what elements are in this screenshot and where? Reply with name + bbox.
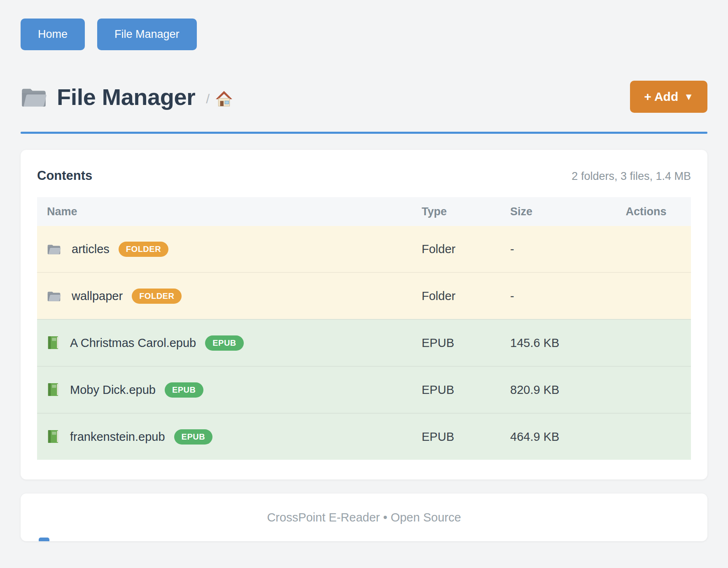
contents-heading: Contents <box>37 168 92 183</box>
type-badge: FOLDER <box>132 289 182 304</box>
book-icon <box>47 336 70 350</box>
table-row[interactable]: Moby Dick.epub EPUB EPUB 820.9 KB <box>37 366 691 413</box>
size-cell: - <box>510 289 611 303</box>
type-badge: FOLDER <box>119 242 168 257</box>
type-badge: EPUB <box>174 429 213 445</box>
actions-cell <box>611 336 681 350</box>
actions-cell <box>611 430 681 444</box>
name-cell: wallpaper FOLDER <box>47 289 422 304</box>
name-cell: A Christmas Carol.epub EPUB <box>47 335 422 351</box>
size-cell: 145.6 KB <box>510 336 611 350</box>
footer: CrossPoint E-Reader • Open Source <box>21 494 707 541</box>
file-name[interactable]: frankenstein.epub <box>70 430 165 444</box>
file-name[interactable]: A Christmas Carol.epub <box>70 336 196 350</box>
breadcrumb-separator: / <box>206 91 210 107</box>
table-row[interactable]: frankenstein.epub EPUB EPUB 464.9 KB <box>37 413 691 460</box>
size-cell: 820.9 KB <box>510 383 611 397</box>
add-button[interactable]: + Add ▼ <box>630 81 707 113</box>
delete-button[interactable] <box>644 439 648 442</box>
table-header-row: Name Type Size Actions <box>37 197 691 226</box>
footer-text: CrossPoint E-Reader • Open Source <box>267 511 461 524</box>
file-name[interactable]: wallpaper <box>72 289 123 303</box>
header-divider <box>21 132 707 134</box>
file-table: Name Type Size Actions articles FOLDER F… <box>37 197 691 460</box>
folder-icon <box>21 85 57 108</box>
contents-summary: 2 folders, 3 files, 1.4 MB <box>572 170 691 183</box>
column-header-name: Name <box>47 205 422 218</box>
column-header-actions: Actions <box>611 205 681 218</box>
partial-button[interactable] <box>39 538 49 541</box>
actions-cell <box>611 242 681 256</box>
type-badge: EPUB <box>165 382 203 398</box>
actions-cell <box>611 383 681 397</box>
table-row[interactable]: A Christmas Carol.epub EPUB EPUB 145.6 K… <box>37 319 691 366</box>
top-nav: Home File Manager <box>21 0 707 50</box>
table-row[interactable]: articles FOLDER Folder - <box>37 226 691 272</box>
page: Home File Manager File Manager / + Add ▼ <box>0 0 728 541</box>
file-name[interactable]: articles <box>72 242 110 256</box>
contents-card-header: Contents 2 folders, 3 files, 1.4 MB <box>37 168 691 185</box>
book-icon <box>47 430 70 444</box>
page-header: File Manager / + Add ▼ <box>21 81 707 113</box>
contents-card: Contents 2 folders, 3 files, 1.4 MB Name… <box>21 150 707 480</box>
actions-cell <box>611 289 681 303</box>
delete-button[interactable] <box>644 345 648 349</box>
name-cell: articles FOLDER <box>47 242 422 257</box>
delete-button[interactable] <box>644 298 648 302</box>
type-badge: EPUB <box>205 335 244 351</box>
type-cell: Folder <box>422 289 510 303</box>
type-cell: Folder <box>422 242 510 256</box>
nav-file-manager-button[interactable]: File Manager <box>97 19 197 50</box>
size-cell: - <box>510 242 611 256</box>
book-icon <box>47 383 70 397</box>
folder-icon <box>47 243 72 255</box>
nav-home-button[interactable]: Home <box>21 19 85 50</box>
column-header-type: Type <box>422 205 510 218</box>
title-group: File Manager / <box>21 84 233 110</box>
delete-button[interactable] <box>644 251 648 255</box>
type-cell: EPUB <box>422 430 510 444</box>
name-cell: Moby Dick.epub EPUB <box>47 382 422 398</box>
home-breadcrumb-icon[interactable] <box>215 86 233 107</box>
chevron-down-icon: ▼ <box>684 91 693 102</box>
name-cell: frankenstein.epub EPUB <box>47 429 422 445</box>
type-cell: EPUB <box>422 336 510 350</box>
page-title: File Manager <box>57 84 195 110</box>
file-name[interactable]: Moby Dick.epub <box>70 383 156 397</box>
column-header-size: Size <box>510 205 611 218</box>
add-button-label: + Add <box>644 90 678 104</box>
type-cell: EPUB <box>422 383 510 397</box>
folder-icon <box>47 290 72 302</box>
delete-button[interactable] <box>644 392 648 396</box>
table-row[interactable]: wallpaper FOLDER Folder - <box>37 272 691 319</box>
table-body: articles FOLDER Folder - wallpaper FOLDE… <box>37 226 691 460</box>
size-cell: 464.9 KB <box>510 430 611 444</box>
